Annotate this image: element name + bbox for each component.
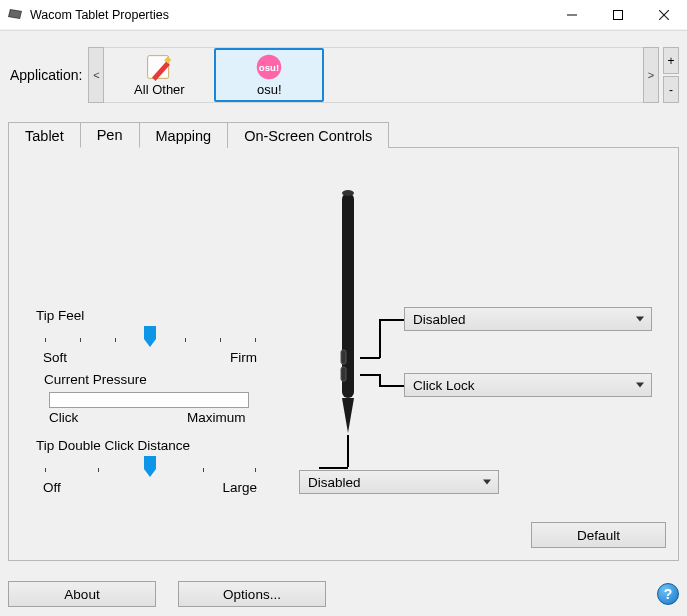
maximize-button[interactable] <box>595 0 641 30</box>
help-button[interactable]: ? <box>657 583 679 605</box>
pen-lower-side-button <box>341 367 346 381</box>
upper-side-button-combo[interactable]: Disabled <box>404 307 652 331</box>
application-item-all-other[interactable]: All Other <box>104 48 214 102</box>
application-label: Application: <box>10 67 82 83</box>
double-click-max-label: Large <box>222 480 257 495</box>
application-item-label: All Other <box>134 82 185 97</box>
all-other-icon <box>145 53 173 81</box>
tab-tablet[interactable]: Tablet <box>8 122 81 148</box>
tip-feel-max-label: Firm <box>230 350 257 365</box>
tab-mapping[interactable]: Mapping <box>139 122 229 148</box>
about-button[interactable]: About <box>8 581 156 607</box>
svg-marker-8 <box>144 456 156 477</box>
current-pressure-max-label: Maximum <box>187 410 246 425</box>
application-row: Application: < All Other osu! osu! > + - <box>8 43 679 107</box>
options-button[interactable]: Options... <box>178 581 326 607</box>
application-item-osu[interactable]: osu! osu! <box>214 48 324 102</box>
tip-feel-slider[interactable]: Soft Firm <box>45 326 255 356</box>
application-remove-button[interactable]: - <box>663 76 679 103</box>
tablet-icon <box>8 7 24 23</box>
tab-strip: Tablet Pen Mapping On-Screen Controls <box>8 121 679 147</box>
application-add-button[interactable]: + <box>663 47 679 74</box>
double-click-slider[interactable]: Off Large <box>45 456 255 486</box>
tip-feel-label: Tip Feel <box>36 308 84 323</box>
application-next-button[interactable]: > <box>643 47 659 103</box>
current-pressure-min-label: Click <box>49 410 78 425</box>
tab-on-screen-controls[interactable]: On-Screen Controls <box>227 122 389 148</box>
current-pressure-label: Current Pressure <box>44 372 147 387</box>
pen-illustration <box>336 190 360 435</box>
bottom-row: About Options... ? <box>8 580 679 608</box>
client-area: Application: < All Other osu! osu! > + -… <box>0 30 687 616</box>
lower-side-button-combo[interactable]: Click Lock <box>404 373 652 397</box>
close-button[interactable] <box>641 0 687 30</box>
title-bar: Wacom Tablet Properties <box>0 0 687 30</box>
double-click-label: Tip Double Click Distance <box>36 438 190 453</box>
application-prev-button[interactable]: < <box>88 47 104 103</box>
default-button[interactable]: Default <box>531 522 666 548</box>
pen-upper-side-button <box>341 350 346 364</box>
double-click-min-label: Off <box>43 480 61 495</box>
current-pressure-bar <box>49 392 249 408</box>
svg-point-10 <box>342 190 354 196</box>
window-title: Wacom Tablet Properties <box>30 8 169 22</box>
application-list: All Other osu! osu! <box>104 47 643 103</box>
tab-panel-pen: Tip Feel Soft Firm Current Pressure Clic… <box>8 147 679 561</box>
tip-feel-min-label: Soft <box>43 350 67 365</box>
application-item-label: osu! <box>257 82 282 97</box>
svg-text:osu!: osu! <box>259 62 279 73</box>
tip-button-combo[interactable]: Disabled <box>299 470 499 494</box>
svg-rect-1 <box>614 10 623 19</box>
minimize-button[interactable] <box>549 0 595 30</box>
svg-marker-7 <box>144 326 156 347</box>
tab-pen[interactable]: Pen <box>80 122 140 148</box>
osu-icon: osu! <box>255 53 283 81</box>
